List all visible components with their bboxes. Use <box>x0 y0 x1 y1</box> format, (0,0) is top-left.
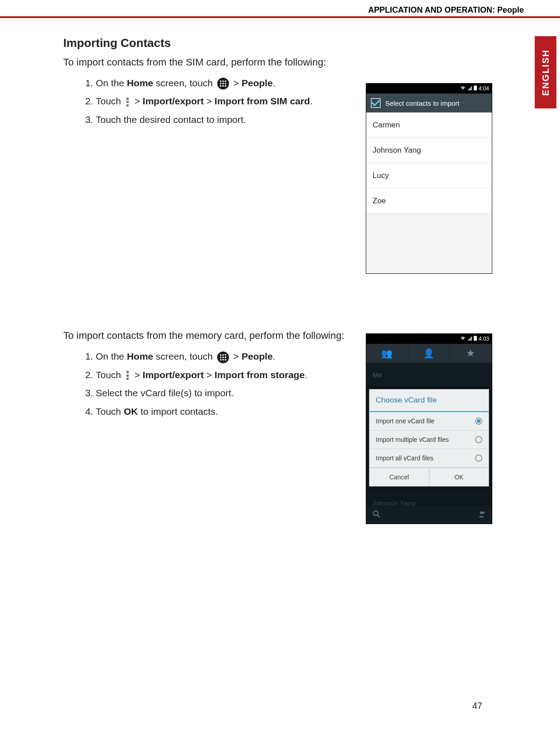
add-contact-icon[interactable] <box>477 510 485 520</box>
list-item[interactable]: Carmen <box>366 112 492 138</box>
svg-point-3 <box>220 83 221 84</box>
svg-point-10 <box>222 354 224 356</box>
header-breadcrumb: APPLICATION AND OPERATION: People <box>368 5 524 15</box>
svg-rect-20 <box>474 336 477 341</box>
action-bar-title: Select contacts to import <box>385 99 459 107</box>
svg-rect-18 <box>474 86 477 90</box>
options-icon <box>126 98 130 107</box>
intro-sim: To import contacts from the SIM card, pe… <box>63 56 497 68</box>
status-bar: 4:04 <box>366 84 492 94</box>
text: > <box>135 96 143 106</box>
text: to import contacts. <box>138 406 218 417</box>
options-icon <box>126 371 130 380</box>
section-title: Importing Contacts <box>63 36 497 50</box>
svg-point-0 <box>220 80 221 82</box>
tab-bar: 👥 👤 ★ <box>366 344 492 363</box>
svg-point-14 <box>225 356 226 358</box>
group-icon: 👥 <box>381 348 392 359</box>
radio-option[interactable]: Import multiple vCard files <box>369 431 489 449</box>
svg-point-11 <box>225 354 226 356</box>
clock: 4:03 <box>479 336 489 342</box>
svg-point-13 <box>222 356 224 358</box>
dialog-buttons: Cancel OK <box>369 468 489 486</box>
wifi-icon <box>460 85 466 92</box>
battery-icon <box>474 85 477 92</box>
apps-icon <box>217 78 229 89</box>
svg-rect-21 <box>475 336 476 336</box>
svg-point-15 <box>220 359 221 360</box>
radio-icon[interactable] <box>475 455 482 462</box>
star-icon: ★ <box>466 347 475 359</box>
text: Touch <box>96 370 124 380</box>
svg-point-7 <box>222 85 224 87</box>
radio-option[interactable]: Import all vCard files <box>369 449 489 468</box>
android-screenshot-vcard: 4:03 👥 👤 ★ Me Choose vCard file Import o… <box>366 333 492 524</box>
bold: People <box>242 78 273 88</box>
bottom-bar <box>366 506 492 524</box>
bold: People <box>242 351 273 361</box>
battery-icon <box>474 336 477 342</box>
page-number: 47 <box>472 701 482 711</box>
radio-icon[interactable] <box>475 417 482 425</box>
tab-groups[interactable]: 👥 <box>366 344 408 363</box>
svg-point-4 <box>222 83 224 84</box>
bold: Import/export <box>143 96 204 106</box>
svg-point-2 <box>225 80 226 82</box>
text: screen, touch <box>153 78 215 88</box>
svg-point-1 <box>222 80 224 82</box>
list-item[interactable]: Zoe <box>366 188 492 214</box>
text: screen, touch <box>153 351 215 361</box>
language-label: ENGLISH <box>541 49 551 96</box>
svg-point-9 <box>220 354 221 356</box>
text: > <box>233 351 242 361</box>
bold: Home <box>127 78 153 88</box>
signal-icon <box>467 85 472 92</box>
bold: Import from SIM card <box>215 96 310 106</box>
svg-point-6 <box>220 85 221 87</box>
svg-rect-19 <box>475 85 476 86</box>
signal-icon <box>467 336 472 342</box>
person-icon: 👤 <box>423 348 434 359</box>
list-item[interactable]: Lucy <box>366 163 492 188</box>
bold: Home <box>127 351 153 361</box>
svg-point-5 <box>225 83 226 84</box>
text: On the <box>96 351 127 361</box>
clock: 4:04 <box>479 85 489 92</box>
language-tab: ENGLISH <box>535 36 556 108</box>
android-screenshot-sim: 4:04 Select contacts to import Carmen Jo… <box>366 83 492 274</box>
tab-all-contacts[interactable]: 👤 <box>408 344 450 363</box>
wifi-icon <box>460 336 466 342</box>
cancel-button[interactable]: Cancel <box>369 468 429 486</box>
text: Touch <box>96 96 124 106</box>
svg-point-22 <box>373 511 378 515</box>
checkbox-icon[interactable] <box>371 98 381 108</box>
bold: OK <box>124 406 138 417</box>
text: > <box>204 370 215 380</box>
option-label: Import one vCard file <box>376 417 434 425</box>
ok-button[interactable]: OK <box>429 468 489 486</box>
svg-point-12 <box>220 356 221 358</box>
svg-point-8 <box>225 85 226 87</box>
text: > <box>135 370 143 380</box>
svg-point-17 <box>225 359 226 360</box>
list-item[interactable]: Johnson Yang <box>366 138 492 163</box>
text: . <box>310 96 313 106</box>
text: Touch <box>96 406 124 417</box>
status-bar: 4:03 <box>366 334 492 344</box>
text: . <box>273 351 275 361</box>
text: . <box>273 78 275 88</box>
bold: Import from storage <box>215 370 305 380</box>
svg-point-16 <box>222 359 224 360</box>
radio-icon[interactable] <box>475 436 482 443</box>
search-icon[interactable] <box>373 510 381 520</box>
option-label: Import multiple vCard files <box>376 436 449 443</box>
bold: Import/export <box>143 370 204 380</box>
tab-favorites[interactable]: ★ <box>450 344 492 363</box>
radio-option[interactable]: Import one vCard file <box>369 412 489 431</box>
vcard-dialog: Choose vCard file Import one vCard file … <box>369 389 489 487</box>
action-bar[interactable]: Select contacts to import <box>366 94 492 112</box>
dialog-title: Choose vCard file <box>369 389 489 412</box>
svg-line-23 <box>378 515 380 517</box>
text: . <box>305 370 308 380</box>
text: > <box>233 78 242 88</box>
